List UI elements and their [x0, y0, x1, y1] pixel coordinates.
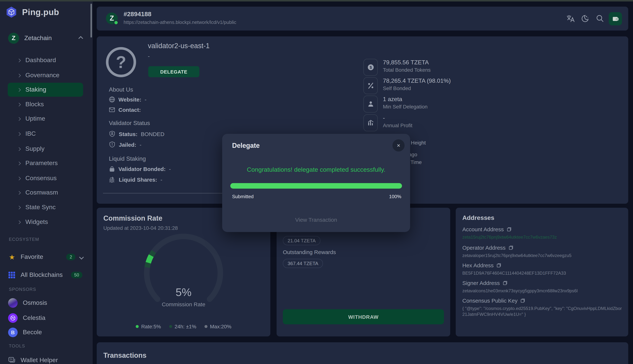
copy-icon[interactable]: [507, 227, 511, 232]
sidebar-item-uptime[interactable]: Uptime: [0, 112, 93, 126]
close-icon[interactable]: ×: [392, 139, 405, 152]
sponsor-label: Becole: [23, 329, 42, 336]
account-address-value[interactable]: zeta15ruj2tc76pnj9xtw64utktee7cc7w6vzaes…: [462, 234, 622, 240]
commission-card-title: Commission Rate: [103, 214, 162, 222]
signer-address-value: zetavalcons1he03mxnk73sycyg5gppy3mcn68ll…: [462, 288, 622, 294]
address-entry: Account Address zeta15ruj2tc76pnj9xtw64u…: [462, 226, 622, 240]
sidebar-item-state-sync[interactable]: State Sync: [0, 200, 93, 215]
stat-label: Min Self Delegation: [383, 103, 428, 110]
liquid-shares-value: -: [160, 176, 162, 182]
sidebar-item-wallet-helper[interactable]: ?! Wallet Helper: [0, 353, 93, 364]
gauge-legend: Rate:5% 24h: ±1% Max:20%: [97, 324, 270, 330]
stat-label: Self Bonded: [383, 84, 451, 92]
sidebar-item-blocks[interactable]: Blocks: [0, 97, 93, 112]
sidebar-item-dashboard[interactable]: Dashboard: [0, 53, 93, 68]
all-blockchains-count-badge: 50: [71, 272, 82, 278]
sidebar-item-label: Governance: [25, 72, 60, 79]
sidebar-item-consensus[interactable]: Consensus: [0, 171, 93, 186]
sponsor-label: Osmosis: [23, 299, 47, 307]
sidebar-item-governance[interactable]: Governance: [0, 68, 93, 83]
liquid-shares-row: Liquid Shares: -: [109, 176, 162, 183]
mail-icon: [109, 107, 115, 113]
view-transaction-link[interactable]: View Transaction: [222, 216, 410, 223]
stat-label: Annual Profit: [383, 122, 412, 129]
waves-icon: [109, 176, 116, 183]
progress-fill: [230, 183, 402, 188]
commission-amount-pill: 21.04 TZETA: [283, 236, 320, 245]
legend-label: Max:20%: [210, 324, 231, 330]
liquid-staking-heading: Liquid Staking: [109, 156, 146, 162]
sidebar-item-label: Parameters: [25, 160, 58, 167]
progress-bar: [230, 183, 402, 188]
copy-icon[interactable]: [496, 263, 501, 268]
commission-gauge: 5% Commission Rate: [128, 229, 239, 317]
chevron-right-icon: [17, 176, 21, 180]
sidebar-chain-toggle[interactable]: Z Zetachain: [0, 31, 93, 46]
transactions-title: Transactions: [103, 352, 146, 360]
sidebar-item-label: Blocks: [25, 101, 44, 108]
status-value: BONDED: [141, 131, 164, 137]
search-icon[interactable]: [595, 14, 604, 23]
copy-icon[interactable]: [503, 280, 507, 285]
person-icon: [363, 96, 378, 112]
chevron-right-icon: [17, 162, 21, 165]
sidebar-item-label: Supply: [25, 145, 45, 152]
validator-bonded-row: Validator Bonded: -: [109, 166, 171, 172]
wallet-button[interactable]: [609, 12, 622, 25]
brand[interactable]: Ping.pub: [5, 6, 59, 18]
sidebar-item-ibc[interactable]: IBC: [0, 126, 93, 141]
copy-icon[interactable]: [508, 245, 513, 250]
online-status-dot: [114, 20, 119, 25]
zetachain-logo-icon: Z: [8, 33, 19, 44]
dark-mode-moon-icon[interactable]: [580, 14, 589, 23]
sidebar-item-label: IBC: [25, 130, 36, 138]
sidebar-item-celestia[interactable]: Celestia: [0, 311, 93, 326]
stat-value: 79,855.56 TZETA: [383, 59, 430, 66]
translate-icon[interactable]: [566, 14, 575, 23]
gauge-center-label: Commission Rate: [128, 301, 239, 308]
addresses-card: Addresses Account Address zeta15ruj2tc76…: [456, 208, 628, 336]
shield-person-icon: [109, 130, 116, 137]
sidebar-item-favorite[interactable]: ★ Favorite 2: [0, 250, 93, 264]
withdraw-button[interactable]: WITHDRAW: [283, 309, 444, 324]
validator-avatar: ?: [106, 47, 136, 77]
wallet-helper-label: Wallet Helper: [21, 357, 58, 364]
jailed-row: Jailed: -: [109, 141, 141, 148]
sidebar-item-cosmwasm[interactable]: Cosmwasm: [0, 185, 93, 200]
sponsors-section-label: SPONSORS: [9, 287, 36, 292]
svg-text:?!: ?!: [10, 358, 13, 361]
legend-label: Rate:5%: [141, 324, 161, 330]
outstanding-rewards-label: Outstanding Rewards: [283, 249, 336, 255]
top-accent-strip: [0, 0, 633, 2]
sidebar-item-supply[interactable]: Supply: [0, 142, 93, 156]
grid-icon: [8, 271, 16, 279]
sidebar-item-becole[interactable]: B Becole: [0, 325, 93, 340]
sidebar-item-label: State Sync: [25, 204, 56, 211]
delegate-button[interactable]: DELEGATE: [148, 66, 199, 77]
sidebar-item-all-blockchains[interactable]: All Blockchains 50: [0, 268, 93, 282]
sidebar: Ping.pub Z Zetachain Dashboard Governanc…: [0, 2, 93, 364]
sidebar-item-osmosis[interactable]: Osmosis: [0, 296, 93, 310]
address-label: Consensus Public Key: [462, 298, 517, 304]
hidden-stat-fragment-time: Time: [410, 159, 422, 165]
legend-label: 24h: ±1%: [175, 324, 196, 330]
validator-bonded-label: Validator Bonded:: [119, 166, 166, 172]
stat-min-self-delegation: 1 azeta Min Self Delegation: [363, 96, 428, 112]
sidebar-item-parameters[interactable]: Parameters: [0, 156, 93, 170]
sidebar-item-widgets[interactable]: Widgets: [0, 215, 93, 230]
status-row: Status: BONDED: [109, 130, 164, 137]
outstanding-amount-pill: 367.44 TZETA: [283, 259, 323, 268]
chevron-right-icon: [17, 117, 21, 120]
becole-icon: B: [8, 328, 18, 337]
contact-label: Contact:: [119, 107, 141, 113]
legend-dot: [136, 325, 139, 328]
sidebar-scrollbar-thumb[interactable]: [91, 4, 92, 38]
liquid-shares-label: Liquid Shares:: [119, 176, 157, 182]
chevron-up-icon: [78, 36, 83, 40]
all-blockchains-label: All Blockchains: [21, 271, 63, 279]
chevron-right-icon: [17, 206, 21, 209]
sidebar-item-staking[interactable]: Staking: [8, 83, 83, 97]
globe-icon: [109, 96, 115, 102]
copy-icon[interactable]: [520, 298, 525, 303]
favorite-count-badge: 2: [66, 254, 75, 260]
